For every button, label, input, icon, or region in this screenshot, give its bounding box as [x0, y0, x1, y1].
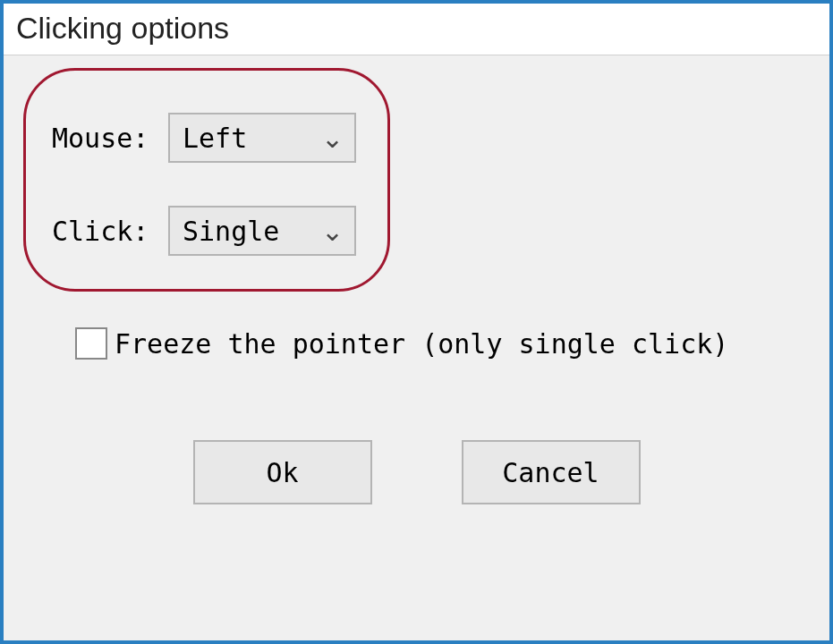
click-row: Click: Single ⌄: [52, 206, 808, 256]
mouse-dropdown-value: Left: [183, 123, 247, 154]
click-dropdown[interactable]: Single ⌄: [168, 206, 356, 256]
freeze-row: Freeze the pointer (only single click): [75, 327, 808, 360]
dialog-title: Clicking options: [4, 4, 829, 55]
mouse-row: Mouse: Left ⌄: [52, 113, 808, 163]
mouse-dropdown[interactable]: Left ⌄: [168, 113, 356, 163]
mouse-label: Mouse:: [52, 123, 168, 154]
chevron-down-icon: ⌄: [321, 216, 344, 247]
cancel-button[interactable]: Cancel: [462, 440, 641, 504]
click-label: Click:: [52, 216, 168, 247]
annotation-highlight: [23, 68, 390, 292]
dialog-window: Clicking options Mouse: Left ⌄ Click: Si…: [0, 0, 833, 644]
freeze-checkbox[interactable]: [75, 327, 107, 360]
freeze-label: Freeze the pointer (only single click): [115, 328, 728, 360]
click-dropdown-value: Single: [183, 216, 279, 247]
dialog-client-area: Mouse: Left ⌄ Click: Single ⌄ Freeze the…: [4, 55, 829, 640]
dialog-button-row: Ok Cancel: [25, 440, 808, 504]
ok-button[interactable]: Ok: [193, 440, 372, 504]
chevron-down-icon: ⌄: [321, 123, 344, 154]
